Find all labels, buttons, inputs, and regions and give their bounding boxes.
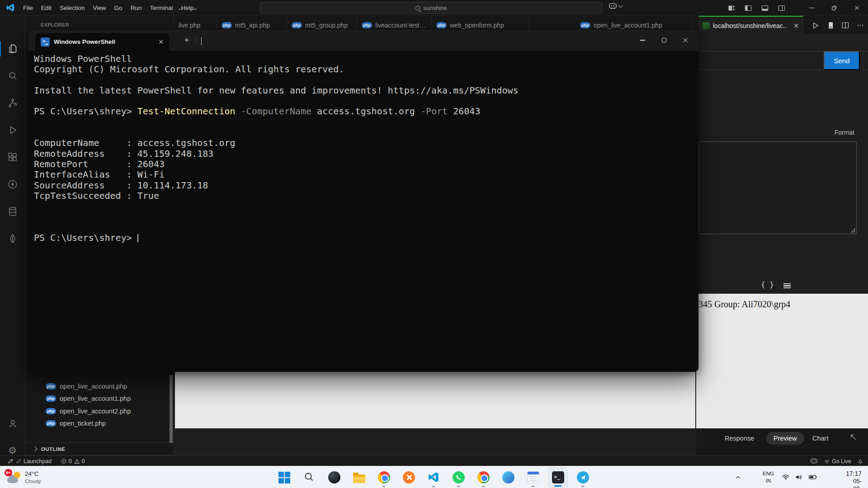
menu-terminal[interactable]: Terminal <box>146 0 177 16</box>
menu-icon[interactable] <box>783 283 791 288</box>
resize-handle[interactable] <box>851 228 855 233</box>
new-tab-button[interactable]: + <box>181 34 193 46</box>
taskbar-app-vscode[interactable] <box>424 468 443 488</box>
menu-view[interactable]: View <box>89 0 110 16</box>
menu-edit[interactable]: Edit <box>37 0 56 16</box>
terminal-line: SourceAddress : 10.114.173.18 <box>34 180 698 191</box>
file-list: phpopen_live_account.phpphpopen_live_acc… <box>25 380 174 430</box>
close-icon[interactable]: ✕ <box>158 38 164 46</box>
sidebar-item-source-control[interactable] <box>0 92 25 114</box>
search-text: sunshine <box>423 5 447 11</box>
sidebar-scrollbar[interactable] <box>170 375 173 443</box>
toggle-panel-icon[interactable] <box>761 5 769 12</box>
php-file-icon: php <box>222 22 232 28</box>
tab-localhost-preview[interactable]: localhost/sunshine/liveac.. ✕ <box>698 16 803 35</box>
copilot-status-icon[interactable] <box>810 458 818 464</box>
terminal-output[interactable]: Windows PowerShellCopyright (C) Microsof… <box>34 51 698 372</box>
bell-icon[interactable] <box>857 458 863 465</box>
menu-selection[interactable]: Selection <box>56 0 89 16</box>
problems-item[interactable]: 0 0 <box>61 458 85 465</box>
launchpad-item[interactable]: Launchpad <box>7 458 52 465</box>
terminal-line: PS C:\Users\shrey> <box>34 233 698 243</box>
terminal-tab[interactable]: Windows PowerShell ✕ <box>35 33 169 51</box>
close-button[interactable] <box>675 30 696 51</box>
terminal-line <box>34 117 698 127</box>
mongodb-icon <box>7 233 18 244</box>
taskbar-app-phone-link[interactable] <box>498 468 518 488</box>
terminal-titlebar[interactable]: Windows PowerShell ✕ + <box>28 30 698 51</box>
maximize-button[interactable] <box>653 30 675 51</box>
divider <box>196 37 197 44</box>
sidebar-item-extensions[interactable] <box>0 146 25 168</box>
toggle-secondary-sidebar-icon[interactable] <box>778 5 785 12</box>
wifi-icon[interactable] <box>781 473 790 482</box>
taskbar-app-notepad[interactable] <box>523 468 543 488</box>
more-actions-icon[interactable] <box>856 21 864 29</box>
hidden-icons-chevron-icon[interactable] <box>735 474 741 481</box>
toggle-sidebar-icon[interactable] <box>745 5 752 12</box>
weather-widget[interactable]: 9+ 24°C Cloudy <box>7 466 41 488</box>
section-outline[interactable]: OUTLINE <box>25 442 174 455</box>
time: 17:17 <box>846 469 862 478</box>
clock[interactable]: 17:17 05-09-2025 <box>846 469 862 488</box>
minimize-button[interactable] <box>632 30 653 51</box>
file-item[interactable]: phpopen_live_account2.php <box>25 405 174 418</box>
sidebar-item-explorer[interactable] <box>0 38 25 60</box>
taskbar-app-telegram[interactable] <box>573 468 593 488</box>
close-button[interactable] <box>845 0 868 16</box>
send-button[interactable]: Send <box>824 51 860 70</box>
json-braces-icon[interactable]: { } <box>761 280 774 289</box>
back-arrow-icon[interactable]: ← <box>177 4 185 13</box>
file-item[interactable]: phpopen_live_account1.php <box>25 393 174 405</box>
sidebar-item-thunder-client[interactable] <box>0 174 25 195</box>
terminal-line <box>34 75 698 85</box>
sidebar-item-search[interactable] <box>0 65 25 87</box>
customize-layout-icon[interactable] <box>728 5 735 12</box>
taskbar-app-file-explorer[interactable] <box>349 468 369 488</box>
tab-response[interactable]: Response <box>725 435 754 442</box>
split-editor-icon[interactable] <box>841 21 849 29</box>
taskbar-app-search[interactable] <box>299 468 319 488</box>
file-item[interactable]: phpopen_ticket.php <box>25 418 174 430</box>
terminal-line: Windows PowerShell <box>34 54 698 64</box>
format-label[interactable]: Format <box>835 129 854 136</box>
restore-button[interactable] <box>823 0 845 16</box>
go-live-item[interactable]: Go Live <box>824 458 851 465</box>
sidebar-item-run-debug[interactable] <box>0 119 25 141</box>
request-body-textarea[interactable] <box>698 141 857 234</box>
taskbar-app-chrome-alt[interactable] <box>473 468 493 488</box>
tab-dropdown-button[interactable] <box>201 37 202 45</box>
copilot-menu[interactable] <box>609 3 622 9</box>
search-input[interactable]: sunshine <box>260 2 603 14</box>
taskbar-app-chrome[interactable] <box>374 468 394 488</box>
taskbar-app-edge[interactable] <box>324 468 344 488</box>
launchpad-label: Launchpad <box>24 458 52 465</box>
minimize-button[interactable] <box>800 0 823 16</box>
terminal-line: RemoteAddress : 45.159.248.183 <box>34 149 698 159</box>
volume-icon[interactable] <box>794 473 803 482</box>
tab-chart[interactable]: Chart <box>812 435 828 442</box>
powershell-window[interactable]: Windows PowerShell ✕ + Windows PowerShel… <box>28 30 698 372</box>
forward-arrow-icon[interactable]: → <box>190 4 198 13</box>
taskbar-app-whatsapp[interactable] <box>448 468 468 488</box>
battery-icon[interactable] <box>807 473 818 482</box>
language-indicator[interactable]: ENG IN <box>763 470 774 484</box>
menu-go[interactable]: Go <box>110 0 127 16</box>
tab-preview[interactable]: Preview <box>766 432 804 445</box>
response-tabs-bar: ResponsePreviewChart <box>696 428 868 455</box>
expand-icon[interactable] <box>849 433 858 442</box>
run-icon[interactable] <box>811 21 820 30</box>
close-icon[interactable]: ✕ <box>793 22 799 29</box>
sidebar-item-database[interactable] <box>0 201 25 222</box>
file-explorer-icon <box>353 474 365 483</box>
taskbar-app-xampp[interactable] <box>399 468 419 488</box>
terminal-line: InterfaceAlias : Wi-Fi <box>34 169 698 180</box>
sidebar-item-account[interactable] <box>0 413 25 434</box>
file-item[interactable]: phpopen_live_account.php <box>25 380 174 393</box>
taskbar-app-start[interactable] <box>274 468 294 488</box>
menu-file[interactable]: File <box>19 0 37 16</box>
taskbar-app-terminal[interactable] <box>548 468 568 488</box>
sidebar-item-mongodb[interactable] <box>0 228 25 249</box>
open-preview-icon[interactable] <box>826 21 835 29</box>
menu-run[interactable]: Run <box>127 0 146 16</box>
